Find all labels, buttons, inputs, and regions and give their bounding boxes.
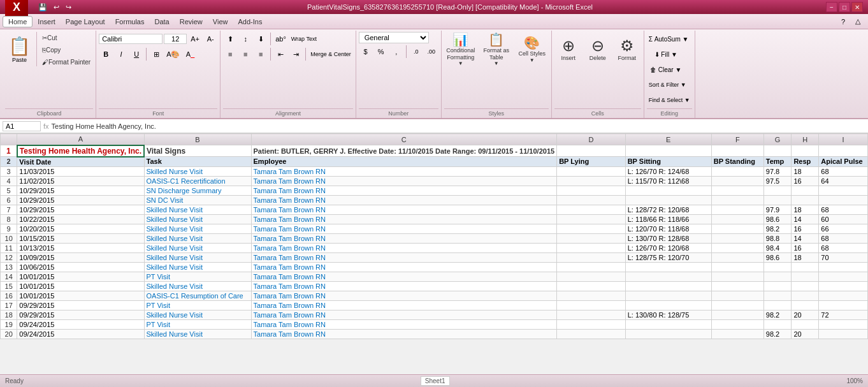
cell[interactable] [625,195,711,205]
row-header-2[interactable]: 2 [1,157,17,167]
cell[interactable] [557,329,626,339]
quick-access-redo[interactable]: ↪ [63,2,74,13]
cell[interactable] [711,145,763,157]
menu-view[interactable]: View [208,17,233,27]
menu-addins[interactable]: Add-Ins [233,17,267,27]
cell[interactable] [711,195,763,205]
menu-data[interactable]: Data [149,17,174,27]
cell[interactable] [819,262,868,272]
cell[interactable]: Tamara Tam Brown RN [251,300,557,310]
row-header-18[interactable]: 18 [1,310,17,319]
wrap-text-button[interactable]: Wrap Text [289,32,319,46]
cell[interactable] [763,291,792,300]
cell[interactable]: Tamara Tam Brown RN [251,205,557,214]
cell[interactable] [792,319,819,329]
cell[interactable]: Tamara Tam Brown RN [251,186,557,195]
cell[interactable]: L: 130/70 R: 128/68 [625,233,711,243]
cell[interactable] [557,145,626,157]
borders-button[interactable]: ⊞ [149,47,163,61]
table-row[interactable]: 311/03/2015Skilled Nurse VisitTamara Tam… [1,166,868,176]
cell[interactable]: 68 [819,205,868,214]
cell[interactable] [557,300,626,310]
table-row[interactable]: 810/22/2015Skilled Nurse VisitTamara Tam… [1,214,868,224]
cell[interactable] [625,186,711,195]
cell[interactable]: Testing Home Health Agency, Inc. [17,145,144,157]
cell[interactable]: 98.2 [763,224,792,233]
menu-home[interactable]: Home [3,16,33,27]
cell[interactable]: Skilled Nurse Visit [144,262,251,272]
bold-button[interactable]: B [99,47,113,61]
row-header-19[interactable]: 19 [1,319,17,329]
cell[interactable] [711,329,763,339]
cell[interactable] [711,205,763,214]
cell[interactable]: L: 128/75 R: 120/70 [625,252,711,262]
cell[interactable] [792,145,819,157]
cell[interactable]: 10/13/2015 [17,243,144,252]
underline-button[interactable]: U [129,47,143,61]
find-select-button[interactable]: Find & Select ▼ [647,93,692,107]
cell[interactable]: Resp [792,157,819,167]
cell[interactable]: Skilled Nurse Visit [144,329,251,339]
table-row[interactable]: 1510/01/2015Skilled Nurse VisitTamara Ta… [1,281,868,291]
col-header-I[interactable]: I [819,134,868,145]
fill-color-button[interactable]: A🎨 [164,47,182,61]
cell[interactable] [711,319,763,329]
cell[interactable] [711,252,763,262]
cell[interactable]: 11/02/2015 [17,176,144,186]
increase-indent-button[interactable]: ⇥ [289,47,303,61]
cell[interactable] [792,300,819,310]
insert-cells-button[interactable]: ⊕ Insert [554,32,582,66]
spreadsheet-container[interactable]: A B C D E F G H I 1Testing Home Health A… [0,133,868,387]
cell[interactable]: 09/29/2015 [17,300,144,310]
sort-filter-button[interactable]: Sort & Filter ▼ [647,78,688,92]
cell[interactable] [557,291,626,300]
quick-access-save[interactable]: 💾 [36,2,50,13]
cell[interactable] [792,272,819,281]
cell[interactable]: SN Discharge Summary [144,186,251,195]
format-painter-button[interactable]: 🖌 Format Painter [40,56,93,68]
cell[interactable]: Temp [763,157,792,167]
row-header-20[interactable]: 20 [1,329,17,339]
cell[interactable]: Visit Date [17,157,144,167]
cell[interactable]: L: 126/70 R: 124/68 [625,166,711,176]
cell-styles-button[interactable]: 🎨 Cell Styles ▼ [516,32,549,66]
autosum-button[interactable]: Σ AutoSum ▼ [647,32,691,46]
cell[interactable] [625,300,711,310]
cell[interactable] [625,319,711,329]
cell[interactable] [763,262,792,272]
table-row[interactable]: 2009/24/2015Skilled Nurse VisitTamara Ta… [1,329,868,339]
cell[interactable]: OASIS-C1 Resumption of Care [144,291,251,300]
cell[interactable]: Tamara Tam Brown RN [251,224,557,233]
cell[interactable]: 18 [792,205,819,214]
cell[interactable]: 66 [819,224,868,233]
cell[interactable] [763,186,792,195]
table-row[interactable]: 1709/29/2015PT VisitTamara Tam Brown RN [1,300,868,310]
cell[interactable]: 20 [792,310,819,319]
cell[interactable] [792,195,819,205]
cell[interactable]: 98.6 [763,252,792,262]
cell[interactable]: 18 [792,166,819,176]
cell[interactable] [711,166,763,176]
cell[interactable] [557,319,626,329]
cell[interactable] [763,145,792,157]
close-button[interactable]: ✕ [851,2,863,12]
cell[interactable] [557,166,626,176]
cell[interactable]: 10/01/2015 [17,272,144,281]
table-row[interactable]: 411/02/2015OASIS-C1 RecertificationTamar… [1,176,868,186]
table-row[interactable]: 1909/24/2015PT VisitTamara Tam Brown RN [1,319,868,329]
cell[interactable] [763,195,792,205]
table-row[interactable]: 1610/01/2015OASIS-C1 Resumption of CareT… [1,291,868,300]
cell[interactable]: Skilled Nurse Visit [144,243,251,252]
cell[interactable]: L: 130/80 R: 128/75 [625,310,711,319]
table-row[interactable]: 1210/09/2015Skilled Nurse VisitTamara Ta… [1,252,868,262]
cell[interactable]: L: 120/70 R: 118/68 [625,224,711,233]
cell[interactable]: BP Standing [711,157,763,167]
cell[interactable]: Skilled Nurse Visit [144,166,251,176]
cell[interactable] [625,262,711,272]
cell[interactable]: 09/24/2015 [17,319,144,329]
cell[interactable]: 10/01/2015 [17,281,144,291]
cell[interactable]: Skilled Nurse Visit [144,310,251,319]
cell[interactable] [557,233,626,243]
row-header-5[interactable]: 5 [1,186,17,195]
cell[interactable]: 11/03/2015 [17,166,144,176]
